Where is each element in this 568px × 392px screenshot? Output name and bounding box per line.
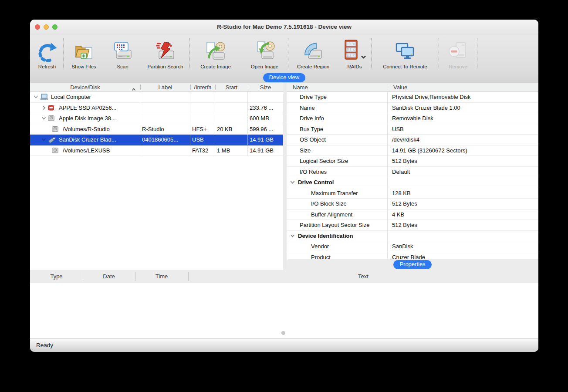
partition-search-button[interactable]: Partition Search	[141, 34, 189, 72]
properties-header: Name Value	[287, 83, 538, 92]
device-name: SanDisk Cruzer Blad...	[59, 136, 116, 143]
property-row: Product Cruzer Blade	[287, 252, 538, 259]
status-bar: Ready	[30, 338, 538, 352]
property-row: Name SanDisk Cruzer Blade 1.00	[287, 103, 538, 114]
properties-tab-bar: Properties	[287, 259, 538, 270]
chevron-down-icon[interactable]	[290, 233, 295, 239]
ssd-icon	[48, 105, 59, 111]
property-row: Maximum Transfer 128 KB	[287, 188, 538, 199]
device-name: Apple Disk Image 38...	[59, 115, 116, 122]
column-header-date[interactable]: Date	[83, 270, 135, 283]
device-name: APPLE SSD AP0256...	[59, 105, 116, 111]
refresh-icon	[37, 40, 57, 63]
column-header-start[interactable]: Start	[215, 83, 248, 91]
zoom-button[interactable]	[52, 24, 57, 30]
table-row-volume-rstudio[interactable]: /Volumes/R-Studio R-Studio HFS+ 20 KB 59…	[30, 124, 283, 135]
create-region-icon	[303, 40, 323, 63]
column-header-type[interactable]: Type	[30, 270, 83, 283]
property-row: Bus Type USB	[287, 124, 538, 135]
raids-icon	[343, 39, 359, 63]
status-text: Ready	[36, 342, 53, 348]
chevron-down-icon[interactable]	[290, 179, 295, 186]
connect-to-remote-button[interactable]: Connect To Remote	[372, 34, 439, 72]
property-group-device-identification: Device Identification	[287, 231, 538, 242]
refresh-button[interactable]: Refresh	[31, 34, 63, 72]
column-header-name[interactable]: Name	[287, 83, 388, 91]
properties-panel: Name Value Drive Type Physical Drive,Rem…	[287, 83, 538, 270]
close-button[interactable]	[35, 24, 40, 30]
open-image-button[interactable]: Open Image	[241, 34, 288, 72]
tab-device-view[interactable]: Device view	[263, 73, 305, 82]
column-header-time[interactable]: Time	[135, 270, 188, 283]
table-row-sandisk-selected[interactable]: SanDisk Cruzer Blad... 0401860605... USB…	[30, 135, 283, 145]
chevron-down-icon	[361, 53, 366, 63]
tab-properties[interactable]: Properties	[393, 260, 431, 269]
log-header: Type Date Time Text	[30, 270, 538, 283]
column-header-interface[interactable]: /Interfa	[190, 83, 215, 91]
show-files-button[interactable]: Show Files	[64, 34, 104, 72]
show-files-icon	[74, 40, 94, 63]
traffic-lights	[35, 20, 57, 34]
splitter-handle[interactable]	[281, 331, 285, 335]
hard-disk-icon	[52, 126, 63, 132]
hard-disk-icon	[52, 147, 63, 154]
device-tree-panel: Device/Disk Label /Interfa Start Size	[30, 83, 283, 270]
property-row: Size 14.91 GB (31260672 Sectors)	[287, 145, 538, 156]
property-row: I/O Block Size 512 Bytes	[287, 199, 538, 210]
property-group-drive-control: Drive Control	[287, 177, 538, 188]
chevron-down-icon[interactable]	[40, 138, 48, 142]
property-row: Drive Info Removable Disk	[287, 113, 538, 124]
chevron-down-icon[interactable]	[40, 116, 48, 120]
column-header-text[interactable]: Text	[188, 270, 538, 283]
hard-disk-icon	[48, 115, 59, 122]
toolbar-separator	[477, 38, 477, 69]
app-window: R-Studio for Mac Demo 7.5.191618 - Devic…	[30, 20, 538, 352]
remove-button[interactable]: Remove	[439, 34, 477, 72]
chevron-down-icon[interactable]	[32, 95, 40, 99]
column-header-device-disk[interactable]: Device/Disk	[30, 83, 140, 91]
create-region-button[interactable]: Create Region	[288, 34, 338, 72]
property-row: I/O Retries Default	[287, 167, 538, 178]
connect-to-remote-icon	[395, 40, 415, 63]
open-image-icon	[255, 40, 275, 63]
property-row: OS Object /dev/rdisk4	[287, 135, 538, 145]
title-bar: R-Studio for Mac Demo 7.5.191618 - Devic…	[30, 20, 538, 34]
scan-button[interactable]: Scan	[104, 34, 141, 72]
device-name: /Volumes/R-Studio	[63, 126, 110, 132]
device-name: Local Computer	[51, 94, 91, 100]
usb-drive-icon	[48, 136, 59, 143]
toolbar: Refresh Show Files	[30, 34, 538, 72]
raids-button[interactable]: RAIDs	[338, 34, 371, 72]
device-tree-header: Device/Disk Label /Interfa Start Size	[30, 83, 283, 92]
panel-splitter[interactable]	[283, 83, 287, 270]
table-row-volume-lexusb[interactable]: /Volumes/LEXUSB FAT32 1 MB 14.91 GB	[30, 145, 283, 156]
property-row: Logical Sector Size 512 Bytes	[287, 156, 538, 167]
property-row: Drive Type Physical Drive,Removable Disk	[287, 92, 538, 103]
partition-search-icon	[156, 40, 176, 63]
window-title: R-Studio for Mac Demo 7.5.191618 - Devic…	[30, 24, 538, 30]
column-header-value[interactable]: Value	[388, 83, 538, 91]
property-row: Partition Layout Sector Size 512 Bytes	[287, 220, 538, 231]
table-row-apple-ssd[interactable]: APPLE SSD AP0256... 233.76 ...	[30, 103, 283, 114]
log-body	[30, 283, 538, 338]
device-tree-rows: Local Computer	[30, 92, 283, 270]
properties-rows: Drive Type Physical Drive,Removable Disk…	[287, 92, 538, 259]
table-row-apple-disk-image[interactable]: Apple Disk Image 38... 600 MB	[30, 113, 283, 124]
column-header-label[interactable]: Label	[140, 83, 190, 91]
property-row: Vendor SanDisk	[287, 241, 538, 252]
table-row-local-computer[interactable]: Local Computer	[30, 92, 283, 103]
minimize-button[interactable]	[44, 24, 49, 30]
remove-icon	[448, 40, 468, 63]
computer-icon	[40, 94, 51, 100]
chevron-right-icon[interactable]	[40, 105, 48, 110]
scan-icon	[113, 40, 133, 63]
column-header-size[interactable]: Size	[248, 83, 283, 91]
device-name: /Volumes/LEXUSB	[63, 147, 110, 154]
main-panels: Device/Disk Label /Interfa Start Size	[30, 83, 538, 270]
property-row: Buffer Alignment 4 KB	[287, 210, 538, 220]
create-image-button[interactable]: Create Image	[190, 34, 241, 72]
create-image-icon	[206, 40, 226, 63]
view-tab-bar: Device view	[30, 72, 538, 83]
sort-ascending-icon	[132, 86, 136, 92]
